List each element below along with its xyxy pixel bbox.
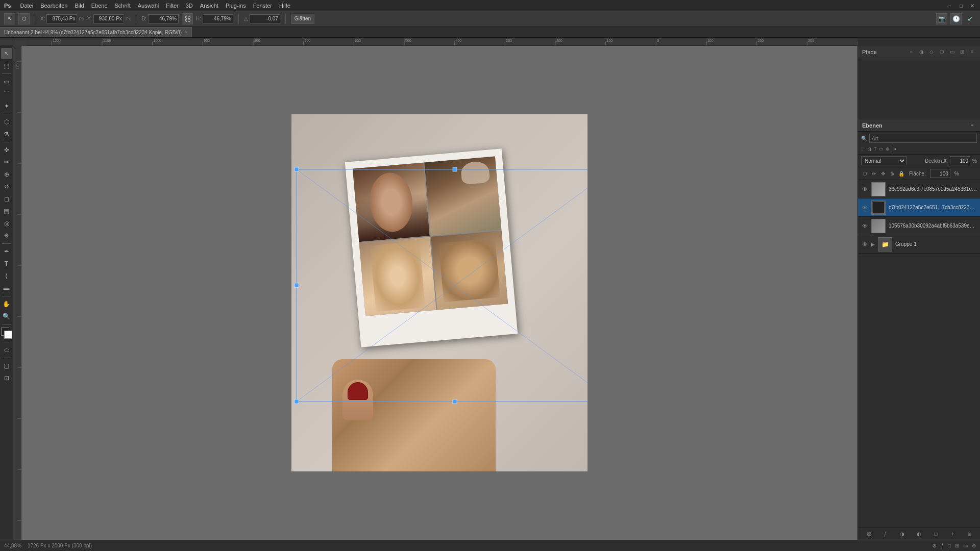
path-select-tool[interactable]: ⟨ xyxy=(1,270,12,282)
menu-ebene[interactable]: Ebene xyxy=(88,2,111,10)
lock-all-icon[interactable]: 🔒 xyxy=(898,170,905,177)
paths-icon-1[interactable]: ○ xyxy=(908,48,915,56)
menu-fenster[interactable]: Fenster xyxy=(250,2,275,10)
document-tab[interactable]: Unbenannt-2 bei 44,9% (c7fb024127a5c7e65… xyxy=(0,27,192,37)
menu-datei[interactable]: Datei xyxy=(17,2,36,10)
menu-auswahl[interactable]: Auswahl xyxy=(135,2,162,10)
blend-mode-select[interactable]: Normal Multiplizieren Weiches Licht xyxy=(861,156,906,165)
layer-filter-text[interactable]: T xyxy=(874,146,877,152)
paths-icon-2[interactable]: ◑ xyxy=(918,48,925,56)
confirm-icon[interactable]: ✓ xyxy=(965,13,976,24)
layer-visibility-toggle[interactable]: 👁 xyxy=(861,204,868,211)
marquee-tool[interactable]: ▭ xyxy=(1,76,12,87)
blur-tool[interactable]: ◎ xyxy=(1,218,12,229)
brush-tool[interactable]: ✏ xyxy=(1,157,12,168)
status-icon-2[interactable]: ƒ xyxy=(941,543,944,548)
lock-artboard-icon[interactable]: ⊕ xyxy=(889,170,896,177)
text-tool[interactable]: T xyxy=(1,258,12,269)
status-icon-1[interactable]: ⚙ xyxy=(932,543,937,548)
h-input[interactable] xyxy=(203,14,233,23)
layer-group-item[interactable]: 👁 ▶ 📁 Gruppe 1 xyxy=(858,235,980,254)
layer-item[interactable]: 👁 105576a30b30092a4abf5b63a539ecddb Kopi… xyxy=(858,217,980,235)
crop-tool[interactable]: ⬡ xyxy=(1,116,12,128)
menu-bar[interactable]: Datei Bearbeiten Bild Ebene Schrift Ausw… xyxy=(17,2,293,10)
layer-adjustment-icon[interactable]: ◐ xyxy=(916,531,923,538)
layers-menu-icon[interactable]: ≡ xyxy=(969,122,976,129)
layer-add-icon[interactable]: + xyxy=(949,531,957,538)
eyedropper-tool[interactable]: ⚗ xyxy=(1,129,12,140)
shape-tool[interactable]: ▬ xyxy=(1,283,12,294)
layer-filter-toggle[interactable]: ● xyxy=(894,146,897,152)
polaroid-photo[interactable] xyxy=(345,148,518,347)
layer-mask-icon[interactable]: ◑ xyxy=(899,531,906,538)
layers-search-input[interactable] xyxy=(869,134,977,143)
window-minimize-button[interactable]: − xyxy=(946,2,953,9)
camera-icon[interactable]: 📷 xyxy=(936,13,947,24)
layer-filter-pixel[interactable]: ⬚ xyxy=(861,146,866,152)
tab-close-button[interactable]: × xyxy=(185,30,187,35)
status-icon-6[interactable]: ⊕ xyxy=(972,543,976,548)
transform-icon[interactable]: ⬡ xyxy=(18,13,30,24)
status-icon-5[interactable]: ▭ xyxy=(963,543,968,548)
layer-filter-smart[interactable]: ⊕ xyxy=(886,146,890,152)
eraser-tool[interactable]: ◻ xyxy=(1,193,12,205)
menu-hilfe[interactable]: Hilfe xyxy=(276,2,293,10)
layer-filter-shape[interactable]: ▭ xyxy=(879,146,884,152)
menu-3d[interactable]: 3D xyxy=(183,2,196,10)
group-expand-icon[interactable]: ▶ xyxy=(871,242,875,247)
artboard-tool[interactable]: ⬚ xyxy=(1,60,12,71)
pen-tool[interactable]: ✒ xyxy=(1,246,12,257)
quick-mask-tool[interactable]: ⬭ xyxy=(1,344,12,356)
move-tool-icon[interactable]: ↖ xyxy=(4,13,15,24)
menu-schrift[interactable]: Schrift xyxy=(112,2,134,10)
status-icon-4[interactable]: ⊞ xyxy=(955,543,959,548)
layer-filter-adj[interactable]: ◑ xyxy=(868,146,872,152)
lock-transparent-icon[interactable]: ⬡ xyxy=(861,170,868,177)
paths-menu[interactable]: ≡ xyxy=(969,48,976,56)
menu-bild[interactable]: Bild xyxy=(71,2,87,10)
window-close-button[interactable]: ✕ xyxy=(969,2,976,9)
gradient-tool[interactable]: ▤ xyxy=(1,206,12,217)
rotation-input[interactable] xyxy=(250,14,280,23)
foreground-color[interactable] xyxy=(1,328,12,339)
artboard-mode[interactable]: ⊡ xyxy=(1,372,12,384)
layer-group-icon[interactable]: □ xyxy=(933,531,940,538)
b-input[interactable] xyxy=(148,14,179,23)
layer-visibility-toggle[interactable]: 👁 xyxy=(861,222,868,230)
lock-pixels-icon[interactable]: ✏ xyxy=(870,170,877,177)
lasso-tool[interactable]: ⌒ xyxy=(1,88,12,99)
hand-tool[interactable]: ✋ xyxy=(1,298,12,310)
paths-icon-3[interactable]: ◇ xyxy=(928,48,935,56)
window-maximize-button[interactable]: □ xyxy=(958,2,965,9)
magic-wand-tool[interactable]: ✦ xyxy=(1,101,12,112)
chain-icon[interactable]: ⛓ xyxy=(182,13,193,24)
y-input[interactable] xyxy=(93,14,124,23)
paths-icon-4[interactable]: ⬡ xyxy=(938,48,945,56)
fill-input[interactable] xyxy=(930,169,950,178)
lock-position-icon[interactable]: ✥ xyxy=(879,170,887,177)
history-brush-tool[interactable]: ↺ xyxy=(1,181,12,192)
paths-icon-6[interactable]: ⊞ xyxy=(959,48,966,56)
dodge-tool[interactable]: ☀ xyxy=(1,230,12,241)
menu-bearbeiten[interactable]: Bearbeiten xyxy=(37,2,70,10)
layer-visibility-toggle[interactable]: 👁 xyxy=(861,186,868,193)
status-icon-3[interactable]: □ xyxy=(948,543,951,548)
screen-mode[interactable]: ▢ xyxy=(1,360,12,371)
layer-delete-icon[interactable]: 🗑 xyxy=(966,531,973,538)
clone-stamp-tool[interactable]: ⊕ xyxy=(1,169,12,180)
menu-filter[interactable]: Filter xyxy=(163,2,181,10)
glatten-button[interactable]: Glätten xyxy=(291,14,314,24)
menu-plugins[interactable]: Plug-ins xyxy=(223,2,249,10)
layer-link-icon[interactable]: ⛓ xyxy=(865,531,872,538)
layer-item[interactable]: 👁 36c992ad6c3f7e0857e1d5a245361ec1 xyxy=(858,180,980,198)
menu-ansicht[interactable]: Ansicht xyxy=(197,2,222,10)
healing-brush-tool[interactable]: ✜ xyxy=(1,144,12,156)
x-input[interactable] xyxy=(46,14,77,23)
opacity-input[interactable] xyxy=(950,156,970,165)
zoom-tool[interactable]: 🔍 xyxy=(1,311,12,322)
clock-icon[interactable]: 🕐 xyxy=(950,13,962,24)
paths-icon-5[interactable]: ▭ xyxy=(948,48,955,56)
move-tool[interactable]: ↖ xyxy=(1,48,12,59)
layer-visibility-toggle[interactable]: 👁 xyxy=(861,241,868,248)
layer-item-active[interactable]: 👁 c7fb024127a5c7e651...7cb3cc82234 Kopie xyxy=(858,198,980,217)
